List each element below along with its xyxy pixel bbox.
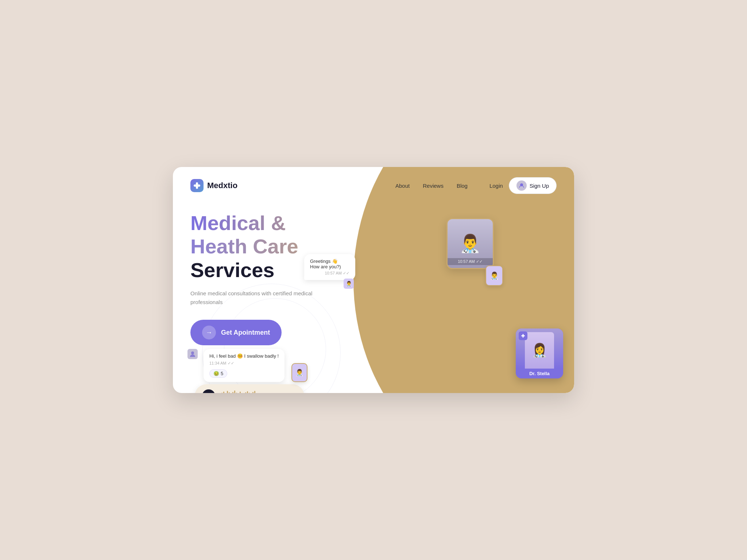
- doctor-name: Dr. Stella: [516, 369, 563, 378]
- wave-bar: [234, 390, 235, 393]
- logo-icon: [190, 179, 204, 192]
- nav-actions: Login Sign Up: [489, 177, 557, 194]
- mini-user-icon: 👨‍⚕️: [295, 369, 303, 377]
- signup-button[interactable]: Sign Up: [509, 177, 557, 194]
- greeting-avatar: 👨‍⚕️: [344, 279, 354, 289]
- nav-reviews[interactable]: Reviews: [423, 183, 444, 189]
- wave-bar: [232, 392, 233, 393]
- main-card: Medxtio About Reviews Blog Login Sign Up…: [173, 167, 574, 393]
- nav-about[interactable]: About: [395, 183, 410, 189]
- wave-bar: [249, 393, 250, 393]
- mini-doctor-icon: 👨‍⚕️: [490, 271, 499, 280]
- sick-bubble: Hi, i feel bad 🤒 I swallow badly ! 11:34…: [204, 349, 285, 382]
- mini-video-card-top: 👨‍⚕️: [485, 265, 503, 286]
- chat-area: Greetings 👋How are you?) 10:57 AM ✓✓ 👨‍⚕…: [187, 349, 285, 382]
- reactions: 🤢 5: [209, 369, 279, 378]
- get-appointment-button[interactable]: → Get Apointment: [190, 320, 282, 345]
- wave-bar: [252, 392, 253, 393]
- doctor-image: 👩‍⚕️: [516, 328, 563, 369]
- wave-bar: [245, 392, 246, 393]
- voice-bubble[interactable]: ▶: [195, 384, 304, 393]
- wave-bar: [227, 391, 228, 393]
- nav-links: About Reviews Blog: [395, 183, 468, 189]
- wave-bar: [236, 393, 237, 393]
- navbar: Medxtio About Reviews Blog Login Sign Up: [173, 167, 574, 204]
- video-call-avatar: 👨‍⚕️: [459, 233, 481, 254]
- reaction-badge[interactable]: 🤢 5: [209, 369, 227, 378]
- svg-point-5: [191, 351, 194, 354]
- user-avatar: [187, 349, 198, 359]
- login-button[interactable]: Login: [489, 183, 503, 189]
- doctor-plus-icon: [519, 331, 527, 340]
- hero-subtitle: Online medical consultations with certif…: [190, 289, 322, 307]
- play-button[interactable]: ▶: [202, 389, 215, 393]
- svg-rect-4: [521, 335, 525, 337]
- appointment-arrow-icon: →: [202, 326, 216, 339]
- reaction-emoji: 🤢: [213, 371, 219, 376]
- sick-message-row: Hi, i feel bad 🤒 I swallow badly ! 11:34…: [187, 349, 285, 382]
- greeting-text: Greetings 👋How are you?): [310, 258, 349, 269]
- video-call-time: 10:57 AM ✓✓: [448, 258, 493, 265]
- wave-bar: [247, 391, 248, 393]
- wave-bar: [240, 392, 241, 393]
- sick-time: 11:34 AM ✓✓: [209, 361, 279, 366]
- video-call-card[interactable]: 👨‍⚕️ 10:57 AM ✓✓: [446, 218, 494, 269]
- wave-bar: [254, 391, 255, 393]
- doctor-card[interactable]: 👩‍⚕️ Dr. Stella: [516, 328, 563, 378]
- logo[interactable]: Medxtio: [190, 179, 237, 192]
- signup-label: Sign Up: [530, 183, 549, 189]
- signup-avatar-icon: [516, 180, 527, 191]
- logo-text: Medxtio: [207, 181, 237, 190]
- svg-rect-1: [194, 184, 200, 187]
- nav-blog[interactable]: Blog: [457, 183, 468, 189]
- greeting-time: 10:57 AM ✓✓: [310, 271, 349, 276]
- sick-text: Hi, i feel bad 🤒 I swallow badly !: [209, 353, 279, 359]
- appointment-label: Get Apointment: [221, 329, 270, 337]
- wave-bar: [221, 393, 222, 393]
- hero-section: Medical & Heath Care Services Online med…: [173, 204, 574, 360]
- wave-bar: [223, 392, 224, 393]
- reaction-count: 5: [221, 371, 223, 376]
- mini-video-card-bottom: 👨‍⚕️: [291, 363, 307, 382]
- hero-title-line1: Medical &: [190, 211, 358, 235]
- greeting-bubble: Greetings 👋How are you?) 10:57 AM ✓✓ 👨‍⚕…: [304, 254, 355, 280]
- waveform: [220, 390, 284, 393]
- wave-bar: [229, 392, 230, 393]
- doctor-avatar-placeholder: 👩‍⚕️: [525, 332, 554, 369]
